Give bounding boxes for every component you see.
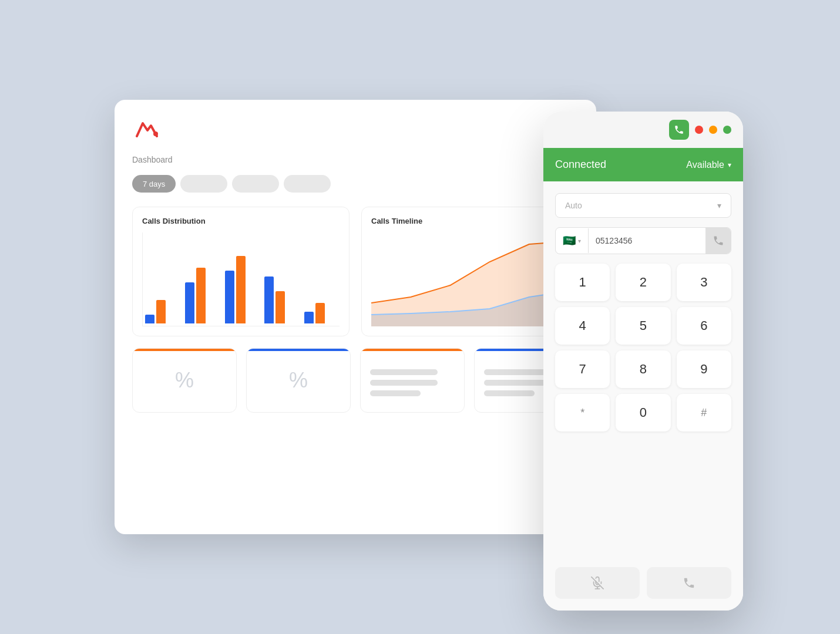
dial-key-0[interactable]: 0 xyxy=(616,394,670,431)
status-available-label: Available ▾ xyxy=(686,160,731,170)
stat-card-2: % xyxy=(246,348,351,413)
auto-select-dropdown[interactable]: Auto ▾ xyxy=(555,193,731,218)
dialpad: 1 2 3 4 5 6 7 8 9 * 0 # xyxy=(555,264,731,431)
bottom-actions xyxy=(555,567,731,599)
time-filter-group: 7 days xyxy=(132,175,579,193)
bar-group-4 xyxy=(264,276,300,323)
country-flag-btn[interactable]: 🇸🇦 ▾ xyxy=(556,228,589,253)
calls-distribution-title: Calls Distribution xyxy=(142,217,340,225)
bar-orange-2 xyxy=(196,268,206,323)
line-6 xyxy=(484,390,535,396)
status-connected-label: Connected xyxy=(555,158,606,171)
stat-card-1: % xyxy=(132,348,237,413)
bar-group-2 xyxy=(185,268,220,323)
bar-blue-2 xyxy=(185,282,194,323)
dot-red xyxy=(695,126,703,134)
bar-blue-3 xyxy=(225,271,234,323)
percent-icon-2: % xyxy=(256,358,341,403)
calls-distribution-card: Calls Distribution xyxy=(132,207,350,336)
bar-group-5 xyxy=(304,303,340,323)
bar-group-3 xyxy=(225,256,260,323)
line-2 xyxy=(370,380,438,386)
dot-green xyxy=(723,126,731,134)
phone-number-input[interactable] xyxy=(589,229,705,252)
bar-blue-4 xyxy=(264,276,274,323)
bar-orange-5 xyxy=(315,303,325,323)
status-chevron-icon[interactable]: ▾ xyxy=(728,161,731,169)
call-icon-btn[interactable] xyxy=(705,228,731,254)
dial-key-1[interactable]: 1 xyxy=(555,264,610,301)
phone-icon-btn[interactable] xyxy=(669,120,689,140)
dashboard-title: Dashboard xyxy=(132,155,579,164)
flag-emoji: 🇸🇦 xyxy=(563,234,576,247)
bar-chart xyxy=(142,232,340,326)
area-chart xyxy=(371,232,569,326)
filter-option-4[interactable] xyxy=(284,175,331,193)
filter-7days[interactable]: 7 days xyxy=(132,175,176,193)
lines-content-1 xyxy=(370,358,455,403)
phone-body: Auto ▾ 🇸🇦 ▾ 1 2 3 xyxy=(543,181,743,611)
line-5 xyxy=(484,380,552,386)
dial-key-6[interactable]: 6 xyxy=(677,307,731,345)
bar-orange-1 xyxy=(156,300,166,323)
dial-key-8[interactable]: 8 xyxy=(616,350,670,388)
percent-icon-1: % xyxy=(142,358,227,403)
bar-blue-5 xyxy=(304,312,314,323)
dial-key-5[interactable]: 5 xyxy=(616,307,670,345)
filter-option-2[interactable] xyxy=(180,175,227,193)
stat-card-3 xyxy=(360,348,465,413)
line-1 xyxy=(370,369,438,375)
phone-widget: Connected Available ▾ Auto ▾ 🇸🇦 ▾ xyxy=(543,112,743,611)
app-logo xyxy=(132,117,579,143)
bar-orange-3 xyxy=(236,256,246,323)
bar-orange-4 xyxy=(275,291,285,323)
dashboard-window: Dashboard 7 days Calls Distribution xyxy=(115,100,596,534)
svg-point-0 xyxy=(153,131,158,136)
auto-select-label: Auto xyxy=(565,201,582,210)
charts-row: Calls Distribution xyxy=(132,207,579,336)
calls-timeline-title: Calls Timeline xyxy=(371,217,569,225)
filter-option-3[interactable] xyxy=(232,175,279,193)
stat-cards-row: % % xyxy=(132,348,579,413)
dial-key-star[interactable]: * xyxy=(555,394,610,431)
dial-key-hash[interactable]: # xyxy=(677,394,731,431)
phone-top-bar xyxy=(543,112,743,148)
hangup-button[interactable] xyxy=(647,567,731,599)
auto-select-chevron-icon: ▾ xyxy=(717,201,721,210)
dot-orange xyxy=(709,126,717,134)
dial-key-9[interactable]: 9 xyxy=(677,350,731,388)
dial-key-3[interactable]: 3 xyxy=(677,264,731,301)
bar-blue-1 xyxy=(145,315,154,323)
dial-key-2[interactable]: 2 xyxy=(616,264,670,301)
dial-key-4[interactable]: 4 xyxy=(555,307,610,345)
number-input-row: 🇸🇦 ▾ xyxy=(555,227,731,254)
dial-key-7[interactable]: 7 xyxy=(555,350,610,388)
status-bar: Connected Available ▾ xyxy=(543,148,743,181)
chevron-flag-icon: ▾ xyxy=(578,238,581,244)
mute-button[interactable] xyxy=(555,567,640,599)
line-4 xyxy=(484,369,552,375)
line-3 xyxy=(370,390,421,396)
bar-group-1 xyxy=(145,300,180,323)
